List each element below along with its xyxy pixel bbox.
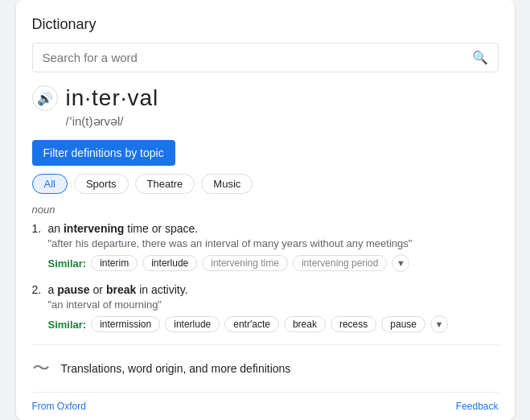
speaker-button[interactable]: 🔊 bbox=[32, 85, 58, 111]
more-definitions-section[interactable]: 〜 Translations, word origin, and more de… bbox=[32, 344, 499, 392]
chevron-down-icon: 〜 bbox=[32, 356, 50, 381]
similar-label-2: Similar: bbox=[48, 319, 87, 331]
search-input[interactable] bbox=[43, 51, 472, 64]
search-bar: 🔍 bbox=[32, 43, 499, 72]
similar-chip-entracte[interactable]: entr'acte bbox=[224, 316, 279, 332]
feedback-link[interactable]: Feedback bbox=[456, 401, 499, 412]
topic-chip-theatre[interactable]: Theatre bbox=[135, 174, 195, 194]
similar-chip-recess[interactable]: recess bbox=[331, 316, 376, 332]
source-link[interactable]: From Oxford bbox=[32, 401, 86, 412]
part-of-speech: noun bbox=[32, 204, 499, 216]
expand-similar-1[interactable]: ▼ bbox=[392, 254, 409, 272]
similar-chip-interim[interactable]: interim bbox=[91, 255, 138, 271]
topic-chip-music[interactable]: Music bbox=[201, 174, 253, 194]
definition-item-1: an intervening time or space. "after his… bbox=[32, 222, 499, 272]
def-example-2: "an interval of mourning" bbox=[48, 299, 499, 311]
card-footer: From Oxford Feedback bbox=[32, 392, 499, 420]
similar-chip-interlude-1[interactable]: interlude bbox=[142, 255, 197, 271]
def-text-1: an intervening time or space. bbox=[48, 222, 499, 235]
def-example-1: "after his departure, there was an inter… bbox=[48, 237, 499, 249]
expand-similar-2[interactable]: ▼ bbox=[430, 315, 448, 333]
phonetic: /ˈin(t)ərvəl/ bbox=[66, 114, 499, 129]
similar-chip-intermission[interactable]: intermission bbox=[91, 316, 160, 332]
more-definitions-text: Translations, word origin, and more defi… bbox=[61, 362, 291, 375]
similar-row-1: Similar: interim interlude intervening t… bbox=[48, 254, 499, 272]
card-title: Dictionary bbox=[32, 16, 499, 33]
search-icon[interactable]: 🔍 bbox=[472, 50, 488, 65]
definition-item-2: a pause or break in activity. "an interv… bbox=[32, 283, 499, 333]
dictionary-card: Dictionary 🔍 🔊 in·ter·val /ˈin(t)ərvəl/ … bbox=[16, 0, 515, 420]
topic-filters: All Sports Theatre Music bbox=[32, 174, 499, 194]
def-text-2: a pause or break in activity. bbox=[48, 283, 499, 296]
similar-chip-pause[interactable]: pause bbox=[381, 316, 425, 332]
word-display: in·ter·val bbox=[66, 85, 159, 111]
similar-row-2: Similar: intermission interlude entr'act… bbox=[48, 315, 499, 333]
similar-chip-interlude-2[interactable]: interlude bbox=[165, 316, 220, 332]
topic-chip-all[interactable]: All bbox=[32, 174, 68, 194]
word-header: 🔊 in·ter·val bbox=[32, 85, 499, 111]
filter-definitions-button[interactable]: Filter definitions by topic bbox=[32, 140, 175, 166]
similar-chip-intervening-period[interactable]: intervening period bbox=[293, 255, 387, 271]
similar-label-1: Similar: bbox=[48, 257, 87, 270]
similar-chip-break[interactable]: break bbox=[284, 316, 326, 332]
topic-chip-sports[interactable]: Sports bbox=[74, 174, 129, 194]
definitions-list: an intervening time or space. "after his… bbox=[32, 222, 499, 333]
similar-chip-intervening-time[interactable]: intervening time bbox=[202, 255, 288, 271]
speaker-icon: 🔊 bbox=[37, 91, 53, 106]
